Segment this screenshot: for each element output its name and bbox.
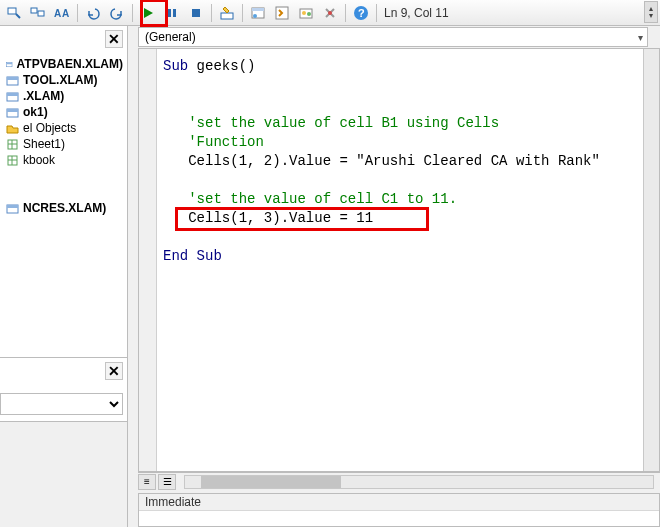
- tree-item: ATPVBAEN.XLAM): [0, 56, 123, 72]
- code-bottom-bar: ≡ ☰: [138, 472, 660, 490]
- svg-rect-22: [7, 62, 13, 64]
- properties-object-select[interactable]: [0, 393, 123, 415]
- immediate-title: Immediate: [139, 494, 659, 511]
- svg-rect-36: [7, 205, 18, 208]
- design-mode-icon[interactable]: [216, 2, 238, 24]
- svg-rect-26: [7, 93, 18, 96]
- toolbar-overflow[interactable]: ▴▾: [644, 1, 658, 23]
- tree-item: NCRES.XLAM): [0, 200, 123, 216]
- horizontal-scrollbar[interactable]: [184, 475, 654, 489]
- properties-icon[interactable]: [271, 2, 293, 24]
- svg-point-13: [253, 14, 257, 18]
- code-header: (General): [128, 26, 660, 48]
- close-icon[interactable]: ✕: [105, 362, 123, 380]
- project-explorer-icon[interactable]: [247, 2, 269, 24]
- svg-rect-8: [173, 9, 176, 17]
- immediate-window[interactable]: Immediate: [138, 493, 660, 527]
- svg-text:?: ?: [358, 7, 365, 19]
- project-explorer: ✕ ATPVBAEN.XLAM) TOOL.XLAM) .XLAM) ok1) …: [0, 26, 127, 358]
- svg-rect-2: [31, 8, 37, 13]
- svg-rect-24: [7, 77, 18, 80]
- svg-text:A: A: [54, 8, 61, 19]
- replace-icon[interactable]: AA: [51, 2, 73, 24]
- tree-item: kbook: [0, 152, 123, 168]
- stop-icon[interactable]: [185, 2, 207, 24]
- left-column: ✕ ATPVBAEN.XLAM) TOOL.XLAM) .XLAM) ok1) …: [0, 26, 128, 527]
- find-next-icon[interactable]: [27, 2, 49, 24]
- help-icon[interactable]: ?: [350, 2, 372, 24]
- separator: [211, 4, 212, 22]
- toolbox-icon[interactable]: [319, 2, 341, 24]
- separator: [345, 4, 346, 22]
- toolbar: AA ? Ln 9, Col 11 ▴▾: [0, 0, 660, 26]
- run-icon[interactable]: [137, 2, 159, 24]
- procedure-view-button[interactable]: ≡: [138, 474, 156, 490]
- svg-text:A: A: [62, 8, 69, 19]
- left-filler: [0, 422, 127, 527]
- svg-rect-0: [8, 8, 16, 14]
- code-area-column: (General) Sub geeks() 'set the value of …: [128, 26, 660, 527]
- vertical-scrollbar[interactable]: [643, 49, 659, 471]
- close-icon[interactable]: ✕: [105, 30, 123, 48]
- full-module-view-button[interactable]: ☰: [158, 474, 176, 490]
- tree-item: ok1): [0, 104, 123, 120]
- separator: [376, 4, 377, 22]
- svg-rect-7: [168, 9, 171, 17]
- code-editor[interactable]: Sub geeks() 'set the value of cell B1 us…: [138, 48, 660, 472]
- svg-rect-9: [192, 9, 200, 17]
- svg-rect-12: [252, 8, 264, 11]
- properties-pane: ✕: [0, 358, 127, 422]
- scrollbar-thumb[interactable]: [201, 476, 341, 488]
- tree-item: TOOL.XLAM): [0, 72, 123, 88]
- redo-icon[interactable]: [106, 2, 128, 24]
- svg-point-18: [328, 11, 332, 15]
- margin-indicator-bar: [139, 49, 157, 471]
- code-text[interactable]: Sub geeks() 'set the value of cell B1 us…: [157, 49, 659, 274]
- tree-item: el Objects: [0, 120, 123, 136]
- project-tree[interactable]: ATPVBAEN.XLAM) TOOL.XLAM) .XLAM) ok1) el…: [0, 26, 127, 220]
- svg-point-17: [307, 12, 311, 16]
- find-icon[interactable]: [3, 2, 25, 24]
- tree-item: Sheet1): [0, 136, 123, 152]
- undo-icon[interactable]: [82, 2, 104, 24]
- tree-item: .XLAM): [0, 88, 123, 104]
- separator: [132, 4, 133, 22]
- svg-point-16: [302, 11, 306, 15]
- svg-line-1: [16, 14, 20, 18]
- separator: [77, 4, 78, 22]
- svg-marker-6: [144, 8, 153, 18]
- object-dropdown[interactable]: (General): [138, 27, 648, 47]
- svg-rect-10: [221, 13, 233, 19]
- separator: [242, 4, 243, 22]
- break-icon[interactable]: [161, 2, 183, 24]
- object-browser-icon[interactable]: [295, 2, 317, 24]
- svg-rect-3: [38, 11, 44, 16]
- cursor-position: Ln 9, Col 11: [384, 6, 449, 20]
- svg-rect-28: [7, 109, 18, 112]
